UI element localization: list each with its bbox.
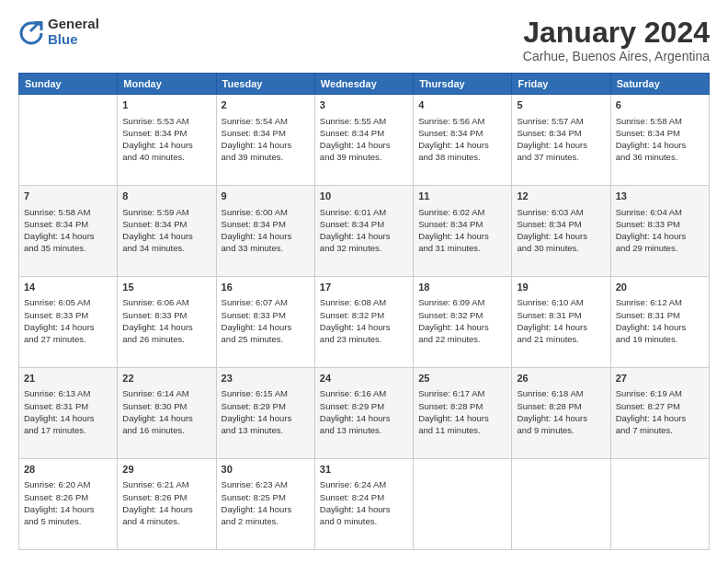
calendar-subtitle: Carhue, Buenos Aires, Argentina (523, 49, 710, 63)
day-info: Sunrise: 6:16 AMSunset: 8:29 PMDaylight:… (320, 387, 408, 436)
day-number: 18 (418, 281, 506, 294)
day-number: 29 (122, 463, 210, 477)
table-row: 7Sunrise: 5:58 AMSunset: 8:34 PMDaylight… (19, 186, 118, 277)
table-row: 21Sunrise: 6:13 AMSunset: 8:31 PMDayligh… (19, 368, 118, 459)
calendar-week-2: 7Sunrise: 5:58 AMSunset: 8:34 PMDaylight… (19, 186, 710, 277)
table-row: 13Sunrise: 6:04 AMSunset: 8:33 PMDayligh… (610, 186, 709, 277)
col-sunday: Sunday (19, 74, 118, 95)
table-row (19, 95, 118, 186)
col-monday: Monday (118, 74, 216, 95)
day-info: Sunrise: 5:55 AMSunset: 8:34 PMDaylight:… (320, 115, 408, 164)
calendar-week-4: 21Sunrise: 6:13 AMSunset: 8:31 PMDayligh… (19, 368, 710, 459)
table-row: 31Sunrise: 6:24 AMSunset: 8:24 PMDayligh… (314, 459, 413, 550)
day-info: Sunrise: 6:23 AMSunset: 8:25 PMDaylight:… (222, 478, 310, 527)
table-row: 17Sunrise: 6:08 AMSunset: 8:32 PMDayligh… (314, 277, 413, 368)
logo-text: General Blue (48, 17, 99, 47)
header-row: Sunday Monday Tuesday Wednesday Thursday… (19, 74, 710, 95)
day-number: 7 (24, 190, 112, 203)
title-block: January 2024 Carhue, Buenos Aires, Argen… (523, 17, 710, 63)
table-row: 19Sunrise: 6:10 AMSunset: 8:31 PMDayligh… (512, 277, 610, 368)
table-row: 27Sunrise: 6:19 AMSunset: 8:27 PMDayligh… (610, 368, 709, 459)
table-row: 10Sunrise: 6:01 AMSunset: 8:34 PMDayligh… (314, 186, 413, 277)
day-info: Sunrise: 5:56 AMSunset: 8:34 PMDaylight:… (418, 115, 506, 164)
calendar-week-5: 28Sunrise: 6:20 AMSunset: 8:26 PMDayligh… (19, 459, 710, 550)
day-info: Sunrise: 6:01 AMSunset: 8:34 PMDaylight:… (320, 206, 408, 255)
day-info: Sunrise: 6:14 AMSunset: 8:30 PMDaylight:… (122, 387, 210, 436)
table-row: 25Sunrise: 6:17 AMSunset: 8:28 PMDayligh… (414, 368, 512, 459)
day-info: Sunrise: 6:21 AMSunset: 8:26 PMDaylight:… (122, 478, 210, 527)
col-friday: Friday (512, 74, 610, 95)
table-row: 18Sunrise: 6:09 AMSunset: 8:32 PMDayligh… (414, 277, 512, 368)
logo-general: General (48, 17, 99, 32)
day-info: Sunrise: 6:08 AMSunset: 8:32 PMDaylight:… (320, 296, 408, 345)
day-info: Sunrise: 5:58 AMSunset: 8:34 PMDaylight:… (616, 115, 704, 164)
day-number: 28 (24, 463, 112, 477)
day-number: 25 (418, 372, 506, 385)
table-row: 3Sunrise: 5:55 AMSunset: 8:34 PMDaylight… (314, 95, 413, 186)
day-info: Sunrise: 6:20 AMSunset: 8:26 PMDaylight:… (24, 478, 112, 527)
day-info: Sunrise: 6:09 AMSunset: 8:32 PMDaylight:… (418, 296, 506, 345)
day-number: 8 (122, 190, 210, 203)
day-number: 20 (616, 281, 704, 294)
day-info: Sunrise: 6:24 AMSunset: 8:24 PMDaylight:… (320, 478, 408, 527)
table-row (512, 459, 610, 550)
day-info: Sunrise: 6:05 AMSunset: 8:33 PMDaylight:… (24, 296, 112, 345)
table-row: 30Sunrise: 6:23 AMSunset: 8:25 PMDayligh… (216, 459, 314, 550)
table-row: 26Sunrise: 6:18 AMSunset: 8:28 PMDayligh… (512, 368, 610, 459)
page: General Blue January 2024 Carhue, Buenos… (0, 0, 728, 563)
day-number: 12 (517, 190, 605, 203)
table-row: 23Sunrise: 6:15 AMSunset: 8:29 PMDayligh… (216, 368, 314, 459)
day-number: 19 (517, 281, 605, 294)
calendar-week-1: 1Sunrise: 5:53 AMSunset: 8:34 PMDaylight… (19, 95, 710, 186)
day-number: 21 (24, 372, 112, 385)
calendar-week-3: 14Sunrise: 6:05 AMSunset: 8:33 PMDayligh… (19, 277, 710, 368)
day-number: 9 (222, 190, 310, 203)
day-number: 11 (418, 190, 506, 203)
day-number: 4 (418, 98, 506, 112)
day-number: 23 (222, 372, 310, 385)
table-row: 4Sunrise: 5:56 AMSunset: 8:34 PMDaylight… (414, 95, 512, 186)
day-info: Sunrise: 5:53 AMSunset: 8:34 PMDaylight:… (122, 115, 210, 164)
logo-icon (18, 19, 44, 45)
day-number: 22 (122, 372, 210, 385)
table-row: 6Sunrise: 5:58 AMSunset: 8:34 PMDaylight… (610, 95, 709, 186)
day-info: Sunrise: 5:59 AMSunset: 8:34 PMDaylight:… (122, 206, 210, 255)
col-wednesday: Wednesday (314, 74, 413, 95)
day-info: Sunrise: 5:57 AMSunset: 8:34 PMDaylight:… (517, 115, 605, 164)
day-number: 6 (616, 98, 704, 112)
day-number: 1 (122, 98, 210, 112)
table-row: 29Sunrise: 6:21 AMSunset: 8:26 PMDayligh… (118, 459, 216, 550)
day-number: 15 (122, 281, 210, 294)
day-number: 24 (320, 372, 408, 385)
day-info: Sunrise: 6:17 AMSunset: 8:28 PMDaylight:… (418, 387, 506, 436)
table-row: 9Sunrise: 6:00 AMSunset: 8:34 PMDaylight… (216, 186, 314, 277)
day-number: 3 (320, 98, 408, 112)
day-info: Sunrise: 6:07 AMSunset: 8:33 PMDaylight:… (222, 296, 310, 345)
day-info: Sunrise: 6:19 AMSunset: 8:27 PMDaylight:… (616, 387, 704, 436)
table-row: 1Sunrise: 5:53 AMSunset: 8:34 PMDaylight… (118, 95, 216, 186)
table-row: 5Sunrise: 5:57 AMSunset: 8:34 PMDaylight… (512, 95, 610, 186)
day-info: Sunrise: 6:04 AMSunset: 8:33 PMDaylight:… (616, 206, 704, 255)
calendar-title: January 2024 (523, 17, 710, 49)
day-info: Sunrise: 6:15 AMSunset: 8:29 PMDaylight:… (222, 387, 310, 436)
day-number: 2 (222, 98, 310, 112)
day-number: 16 (222, 281, 310, 294)
day-info: Sunrise: 5:58 AMSunset: 8:34 PMDaylight:… (24, 206, 112, 255)
table-row: 16Sunrise: 6:07 AMSunset: 8:33 PMDayligh… (216, 277, 314, 368)
table-row: 12Sunrise: 6:03 AMSunset: 8:34 PMDayligh… (512, 186, 610, 277)
calendar-table: Sunday Monday Tuesday Wednesday Thursday… (18, 73, 710, 550)
day-number: 31 (320, 463, 408, 477)
day-info: Sunrise: 6:13 AMSunset: 8:31 PMDaylight:… (24, 387, 112, 436)
day-number: 5 (517, 98, 605, 112)
day-number: 10 (320, 190, 408, 203)
table-row: 14Sunrise: 6:05 AMSunset: 8:33 PMDayligh… (19, 277, 118, 368)
day-info: Sunrise: 6:06 AMSunset: 8:33 PMDaylight:… (122, 296, 210, 345)
day-number: 17 (320, 281, 408, 294)
table-row (414, 459, 512, 550)
day-info: Sunrise: 5:54 AMSunset: 8:34 PMDaylight:… (222, 115, 310, 164)
header: General Blue January 2024 Carhue, Buenos… (18, 17, 710, 63)
day-info: Sunrise: 6:03 AMSunset: 8:34 PMDaylight:… (517, 206, 605, 255)
day-info: Sunrise: 6:02 AMSunset: 8:34 PMDaylight:… (418, 206, 506, 255)
col-thursday: Thursday (414, 74, 512, 95)
table-row: 8Sunrise: 5:59 AMSunset: 8:34 PMDaylight… (118, 186, 216, 277)
